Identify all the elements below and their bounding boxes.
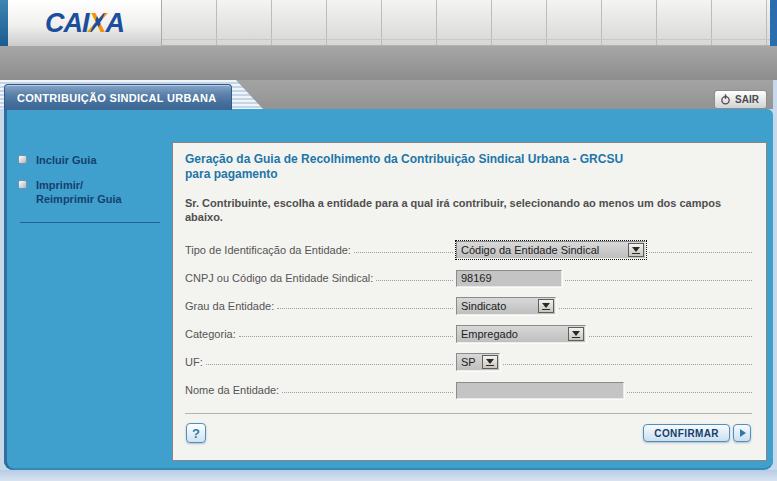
form-row-grau-entidade: Grau da Entidade: Sindicato [185,292,752,320]
dotted-leader [354,252,453,253]
confirmar-arrow-button[interactable] [733,424,751,442]
field-label: Tipo de Identificação da Entidade: [185,244,351,256]
confirmar-button[interactable]: CONFIRMAR [643,424,730,442]
logo-text: CAI [45,8,89,38]
header-grid-line [162,39,770,40]
categoria-select[interactable]: Empregado [456,325,586,343]
tab-contribuicao-sindical-urbana[interactable]: CONTRIBUIÇÃO SINDICAL URBANA [4,84,232,110]
right-blue-edge [770,0,777,46]
dotted-leader [559,308,752,309]
bullet-icon [18,155,27,164]
bottom-strip [0,470,777,481]
field-label: UF: [185,356,203,368]
dotted-leader [277,308,453,309]
dotted-leader [206,364,453,365]
dropdown-arrow-icon[interactable] [482,355,498,369]
uf-select[interactable]: SP [456,353,500,371]
dotted-leader [627,392,752,393]
help-button[interactable]: ? [186,423,206,443]
field-label: Grau da Entidade: [185,300,274,312]
dotted-leader [503,364,752,365]
sair-button[interactable]: SAIR [714,90,767,109]
sair-label: SAIR [735,94,759,105]
sidebar: Incluir Guia Imprimir/ Reimprimir Guia [18,153,166,223]
toolbar: ! ATENDIMENTO Selecione ? DÚVIDAS Navegu… [0,46,777,80]
select-value: Empregado [457,328,568,340]
dotted-leader [239,336,453,337]
caixa-logo: CAIXA [45,10,124,37]
tipo-identificacao-select[interactable]: Código da Entidade Sindical [456,241,646,259]
grau-entidade-select[interactable]: Sindicato [456,297,556,315]
form-row-cnpj-codigo: CNPJ ou Código da Entidade Sindical: [185,264,752,292]
logo-text: A [106,8,125,38]
instruction-text: Sr. Contribuinte, escolha a entidade par… [185,196,745,224]
logo-panel: CAIXA [8,0,162,46]
left-blue-edge [0,0,8,46]
select-value: Sindicato [457,300,538,312]
field-label: CNPJ ou Código da Entidade Sindical: [185,272,373,284]
dotted-leader [565,280,752,281]
nome-entidade-input[interactable] [456,382,624,399]
cnpj-codigo-input[interactable] [456,270,562,287]
form-row-categoria: Categoria: Empregado [185,320,752,348]
logo-x-glyph: X [88,10,105,37]
sidebar-item-incluir-guia[interactable]: Incluir Guia [18,153,166,167]
sidebar-item-label: Incluir Guia [36,153,97,167]
select-value: SP [457,356,482,368]
arrow-right-icon [740,429,746,437]
sidebar-item-label: Imprimir/ Reimprimir Guia [36,178,122,206]
form-row-uf: UF: SP [185,348,752,376]
page-title: Geração da Guia de Recolhimento da Contr… [185,152,752,182]
sidebar-item-imprimir-reimprimir-guia[interactable]: Imprimir/ Reimprimir Guia [18,178,166,206]
dotted-leader [589,336,752,337]
field-label: Nome da Entidade: [185,384,279,396]
dropdown-arrow-icon[interactable] [538,299,554,313]
power-icon [720,94,731,105]
footer-actions: ? CONFIRMAR [185,423,752,443]
tab-label: CONTRIBUIÇÃO SINDICAL URBANA [5,92,216,104]
dropdown-arrow-icon[interactable] [568,327,584,341]
dotted-leader [649,252,752,253]
form-row-tipo-identificacao: Tipo de Identificação da Entidade: Códig… [185,236,752,264]
entity-form: Tipo de Identificação da Entidade: Códig… [185,236,752,404]
gray-wedge [236,80,773,109]
top-band: CAIXA [0,0,777,46]
dotted-leader [282,392,453,393]
form-row-nome-entidade: Nome da Entidade: [185,376,752,404]
caixa-grcsu-page: CAIXA ! ATENDIMENTO Selecione ? DÚVIDAS … [0,0,777,481]
content-panel: Geração da Guia de Recolhimento da Contr… [172,142,767,461]
dotted-leader [376,280,453,281]
bullet-icon [18,180,27,189]
page-title-line2: para pagamento [185,167,752,182]
select-value: Código da Entidade Sindical [457,244,628,256]
sidebar-divider [20,222,160,223]
dropdown-arrow-icon[interactable] [628,243,644,257]
confirmar-label: CONFIRMAR [654,428,719,439]
footer-separator [185,413,752,414]
field-label: Categoria: [185,328,236,340]
page-title-line1: Geração da Guia de Recolhimento da Contr… [185,152,752,167]
help-icon: ? [192,426,200,441]
